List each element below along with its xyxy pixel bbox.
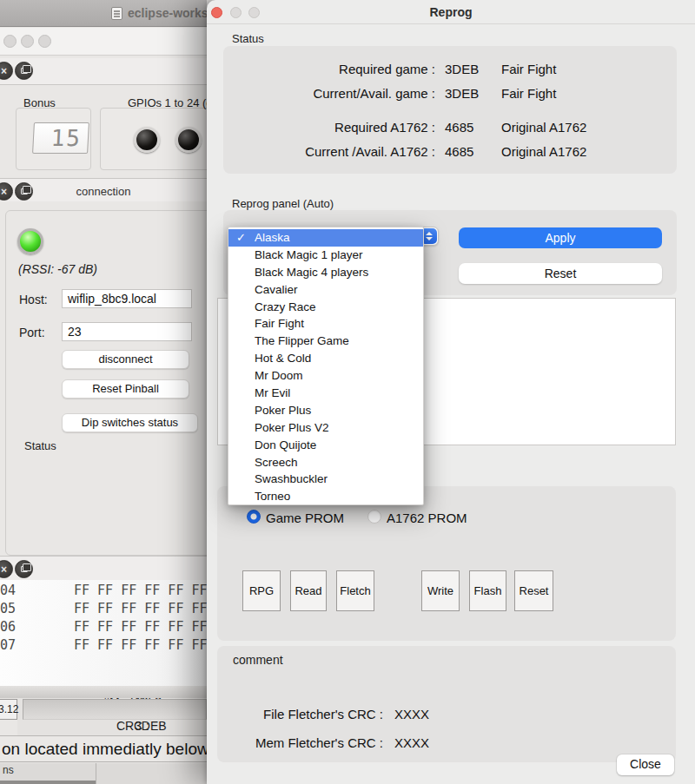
menu-item[interactable]: Black Magic 1 player: [228, 247, 423, 264]
fletch-button[interactable]: Fletch: [336, 570, 374, 611]
menu-item-label: Swashbuckler: [255, 472, 328, 485]
menu-item-label: Mr Evil: [255, 386, 290, 399]
status-row: Required A1762 : 4685 Original A1762: [240, 120, 693, 135]
hex-bytes: FF FF FF FF FF FF: [74, 637, 207, 653]
menu-item[interactable]: Swashbuckler: [228, 471, 423, 488]
connection-panel: (RSSI: -67 dB) Host: wiflip_8bc9.local P…: [0, 201, 207, 556]
dip-switches-status-button[interactable]: Dip switches status: [62, 413, 198, 432]
file-crc-label: File Fletcher's CRC :: [243, 707, 383, 721]
close-traffic-light[interactable]: [3, 35, 17, 48]
bonus-label: Bonus: [23, 96, 56, 109]
menu-item[interactable]: Hot & Cold: [228, 350, 423, 367]
read-button[interactable]: Read: [290, 570, 327, 611]
disconnect-button[interactable]: disconnect: [62, 350, 189, 369]
status-row-value: 3DEB: [445, 86, 479, 101]
game-prom-radio[interactable]: [247, 510, 261, 524]
comment-label: comment: [233, 653, 283, 667]
menu-item[interactable]: Torneo: [228, 488, 423, 505]
hex-address: 06: [0, 619, 16, 635]
menu-item[interactable]: Cavalier: [228, 281, 423, 299]
menu-item-label: The Flipper Game: [255, 334, 349, 347]
write-button[interactable]: Write: [421, 570, 460, 611]
status-row-label: Required game :: [240, 62, 435, 76]
menu-item-label: Poker Plus: [255, 404, 311, 417]
reprog-panel-label: Reprog panel (Auto): [232, 197, 334, 210]
gpios-label: GPIOs 1 to 24 (o: [128, 96, 207, 109]
menu-item-label: Mr Doom: [255, 369, 303, 382]
status-row-name: Fair Fight: [501, 62, 556, 76]
status-row: Current /Avail. A1762 : 4685 Original A1…: [240, 144, 693, 160]
game-prom-label: Game PROM: [266, 511, 344, 525]
menu-item-label: Torneo: [255, 490, 290, 503]
version-box: 3.12: [0, 699, 17, 720]
connection-status-led: [17, 228, 43, 254]
status-row: Current/Avail. game : 3DEB Fair Fight: [240, 86, 693, 102]
status-row-name: Original A1762: [501, 144, 586, 159]
menu-item[interactable]: Screech: [228, 454, 423, 471]
menu-item[interactable]: The Flipper Game: [228, 333, 423, 350]
menu-item[interactable]: Mr Evil: [228, 385, 423, 402]
flash-button[interactable]: Flash: [469, 570, 506, 611]
eclipse-window-title: eclipse-worksp: [128, 6, 207, 20]
mem-crc-label: Mem Fletcher's CRC :: [243, 735, 383, 750]
apply-button[interactable]: Apply: [459, 227, 662, 248]
reset-pinball-button[interactable]: Reset Pinball: [62, 379, 189, 399]
menu-item-label: Black Magic 4 players: [255, 266, 368, 279]
connection-panel-header: connection ×: [0, 178, 207, 204]
prom-groupbox: [217, 486, 676, 641]
menu-item[interactable]: ✓Alaska: [228, 229, 423, 247]
reset-prom-button[interactable]: Reset: [514, 570, 553, 611]
inner-window-titlebar: [0, 28, 207, 56]
status-row-label: Required A1762 :: [240, 120, 435, 135]
close-button[interactable]: Close: [617, 754, 674, 775]
hex-address: 04: [0, 583, 16, 598]
bonus-display: 15: [32, 122, 89, 154]
menu-item-label: Fair Fight: [255, 317, 304, 330]
status-row-label: Current/Avail. game :: [240, 86, 435, 101]
menu-item[interactable]: Mr Doom: [228, 367, 423, 385]
menu-item[interactable]: Don Quijote: [228, 437, 423, 454]
menu-item-label: Poker Plus V2: [255, 421, 329, 434]
menu-item[interactable]: Fair Fight: [228, 315, 423, 333]
status-row-label: Current /Avail. A1762 :: [240, 144, 435, 159]
reset-button[interactable]: Reset: [459, 263, 662, 284]
detach-glyph-icon: [21, 566, 28, 572]
a1762-prom-label: A1762 PROM: [387, 511, 467, 525]
menu-item[interactable]: Black Magic 4 players: [228, 264, 423, 281]
game-select-popup-menu: ✓Alaska Black Magic 1 player Black Magic…: [228, 227, 424, 505]
host-input[interactable]: wiflip_8bc9.local: [62, 289, 192, 308]
status-section-label: Status: [24, 439, 56, 452]
host-label: Host:: [19, 293, 48, 306]
status-row-value: 3DEB: [445, 62, 479, 76]
crc-label: CRC :: [35, 719, 149, 733]
io-panel-header: ×: [0, 58, 207, 84]
detach-panel-icon[interactable]: [15, 560, 33, 578]
document-icon: [111, 7, 122, 20]
hex-bytes: FF FF FF FF FF FF: [74, 601, 207, 616]
menu-item[interactable]: Crazy Race: [228, 299, 423, 316]
menu-item[interactable]: Poker Plus: [228, 402, 423, 419]
hex-bytes: FF FF FF FF FF FF: [74, 619, 207, 635]
close-panel-icon[interactable]: ×: [0, 560, 13, 578]
eclipse-titlebar: eclipse-worksp: [0, 0, 207, 27]
menu-item-label: Crazy Race: [255, 300, 316, 313]
port-input[interactable]: 23: [62, 322, 192, 341]
close-panel-icon[interactable]: ×: [0, 62, 13, 80]
ns-label: ns: [3, 764, 14, 776]
a1762-prom-radio[interactable]: [367, 510, 381, 524]
detach-glyph-icon: [21, 188, 28, 194]
reprog-titlebar[interactable]: Reprog: [207, 0, 695, 24]
minimize-traffic-light[interactable]: [21, 35, 34, 48]
menu-item-label: Screech: [255, 456, 298, 469]
io-panel: Bonus 15 GPIOs 1 to 24 (o: [0, 84, 207, 178]
zoom-traffic-light[interactable]: [38, 35, 51, 48]
checkmark-icon: ✓: [236, 229, 246, 247]
rpg-button[interactable]: RPG: [242, 570, 281, 611]
chevron-up-icon: [426, 232, 433, 235]
file-crc-value: XXXX: [394, 707, 429, 721]
menu-item[interactable]: Poker Plus V2: [228, 419, 423, 437]
detach-panel-icon[interactable]: [15, 182, 33, 201]
detach-panel-icon[interactable]: [15, 62, 33, 80]
divider: [96, 763, 96, 784]
hex-address: 05: [0, 601, 16, 616]
